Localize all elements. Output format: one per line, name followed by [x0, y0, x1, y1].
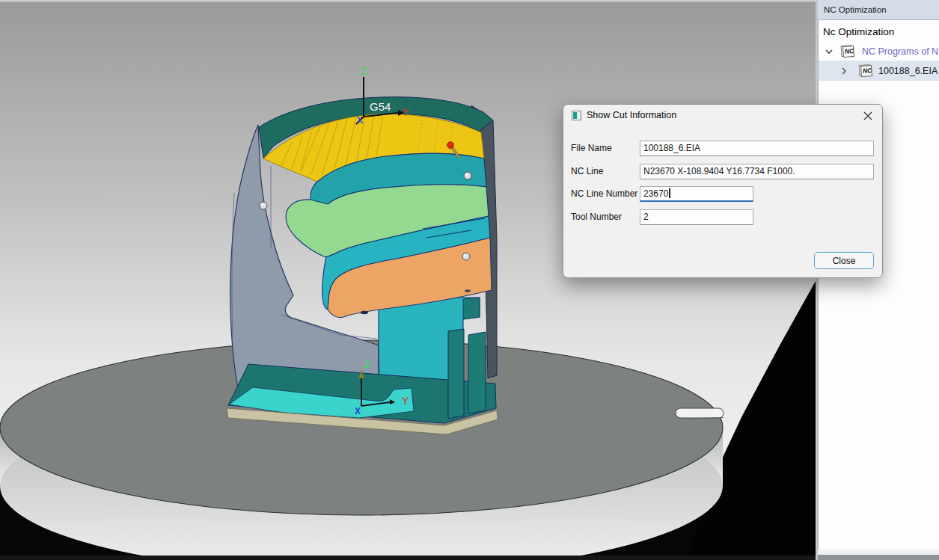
viewport-top-edge [0, 0, 816, 2]
bottom-edge-strip [0, 556, 816, 560]
show-cut-information-dialog: Show Cut Information File Name 100188_6.… [563, 104, 883, 278]
nc-line-input[interactable]: N23670 X-108.9404 Y16.7734 F1000. [640, 164, 874, 179]
clamp-sphere [464, 172, 471, 179]
statusbar-light-strip [818, 550, 939, 555]
field-row-nc-line-number: NC Line Number 23670 [563, 186, 882, 202]
field-label: Tool Number [571, 212, 622, 222]
panel-tab[interactable]: NC Optimization [818, 0, 939, 20]
x-axis-label: X [357, 115, 363, 126]
nc-optimization-panel: NC Optimization Nc Optimization NC NC Pr… [816, 0, 939, 560]
3d-viewport[interactable]: Z G54 Y X Z Y X [0, 0, 816, 560]
field-value: N23670 X-108.9404 Y16.7734 F1000. [643, 166, 795, 176]
tool-number-input[interactable]: 2 [640, 209, 753, 225]
field-value: 23670 [643, 188, 668, 199]
orange-band-hole [465, 289, 471, 292]
dialog-title: Show Cut Information [587, 110, 676, 120]
part-column-step [463, 298, 480, 319]
y-axis-label: Y [402, 395, 409, 407]
panel-title: Nc Optimization [819, 20, 939, 42]
chevron-right-icon[interactable] [841, 67, 847, 75]
field-label: File Name [571, 143, 612, 153]
tree-item-label: 100188_6.EIA [878, 66, 938, 76]
field-label: NC Line [571, 166, 603, 176]
z-axis-label: Z [364, 359, 370, 370]
window-icon [572, 111, 581, 120]
clamp-sphere [260, 202, 267, 209]
chevron-down-icon[interactable] [825, 49, 833, 55]
field-row-file-name: File Name 100188_6.EIA [563, 141, 882, 156]
statusbar-dark-strip [818, 555, 939, 560]
panel-tab-label: NC Optimization [824, 5, 887, 14]
panel-body: Nc Optimization NC NC Programs of N [818, 20, 939, 550]
tree-item-label: NC Programs of N [862, 46, 938, 57]
nc-file-icon: NC [857, 64, 873, 78]
y-axis-label: Y [402, 105, 409, 118]
part-base-tab [468, 332, 486, 413]
x-axis-label: X [355, 406, 361, 416]
machined-part [227, 97, 498, 434]
orange-band-hole [361, 311, 368, 314]
wcs-label: G54 [370, 100, 391, 113]
text-caret [669, 188, 670, 198]
nc-file-icon: NC [839, 44, 855, 58]
field-value: 2 [643, 212, 649, 222]
field-row-nc-line: NC Line N23670 X-108.9404 Y16.7734 F1000… [563, 164, 882, 179]
field-label: NC Line Number [571, 188, 637, 199]
table-slot [676, 408, 724, 419]
field-value: 100188_6.EIA [643, 143, 700, 153]
field-row-tool-number: Tool Number 2 [563, 209, 882, 225]
application-window: Z G54 Y X Z Y X NC Optimization Nc Optim… [0, 0, 939, 560]
file-name-input[interactable]: 100188_6.EIA [640, 141, 874, 156]
svg-text:NC: NC [863, 67, 873, 75]
nc-line-number-input[interactable]: 23670 [640, 186, 753, 202]
close-x-icon[interactable] [861, 109, 875, 123]
tree-item-100188-6-eia[interactable]: NC 100188_6.EIA [819, 61, 939, 81]
z-axis-label: Z [360, 64, 367, 77]
svg-text:NC: NC [845, 47, 855, 55]
close-button[interactable]: Close [814, 252, 874, 269]
part-base-tab [448, 329, 464, 419]
clamp-sphere [462, 253, 470, 260]
tree-item-nc-programs[interactable]: NC NC Programs of N [819, 42, 939, 61]
